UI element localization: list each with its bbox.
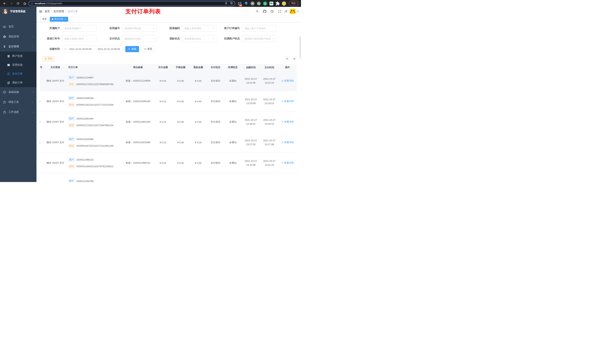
share-icon[interactable]	[225, 2, 227, 5]
extension-y-icon[interactable]: y	[263, 1, 267, 6]
font-size-icon[interactable]: TT	[285, 10, 287, 13]
browser-menu-icon[interactable]	[297, 2, 298, 5]
sidebar-item-label: 商户信息	[12, 54, 22, 58]
pay-order-cell: 商户1635311468233 支付4200001194202110276752…	[66, 157, 122, 168]
search-icon	[281, 100, 284, 103]
tag-home[interactable]: 首页	[40, 17, 49, 22]
tags-view-bar: 首页 支付订单 ✕	[36, 16, 301, 22]
create-time-cell: 2021-10-2713:22:05	[242, 77, 260, 85]
app-no-select[interactable]	[122, 25, 156, 32]
pay-channel-cell: 微信 JSAPI 支付	[44, 79, 66, 83]
view-detail-link[interactable]: 查看详情	[281, 141, 294, 144]
extension-dot-icon[interactable]	[257, 1, 261, 6]
breadcrumb-payment[interactable]: 支付管理	[54, 10, 64, 13]
refund-amount-cell: ¥ 0.00	[189, 141, 207, 144]
pay-tag: 支付	[68, 103, 75, 107]
site-info-icon[interactable]	[31, 2, 33, 5]
sidebar-item-pay-order[interactable]: ¥ 支付订单	[0, 69, 36, 78]
pay-order-no: 4200001167202110271022491439	[76, 145, 113, 147]
close-tag-icon[interactable]: ✕	[64, 18, 66, 20]
pay-status-cell: 支付成功	[207, 141, 224, 144]
channel-order-no-input[interactable]	[62, 35, 97, 42]
forward-icon[interactable]	[9, 1, 14, 6]
sidebar-item-label: 系统管理	[9, 35, 19, 38]
merchant-order-no-input[interactable]	[242, 25, 276, 32]
sidebar-item-workflow[interactable]: 工作流程	[0, 107, 36, 117]
sidebar-item-infrastructure[interactable]: 基础设施	[0, 87, 36, 97]
view-detail-link[interactable]: 查看详情	[281, 161, 294, 165]
url-text: localhost:1024/pay/order	[35, 2, 223, 5]
sidebar-item-app-info[interactable]: 应用信息	[0, 61, 36, 69]
extension-chat-icon[interactable]	[269, 1, 274, 6]
payment-submenu: 商户信息 应用信息 ¥ 支付订单 退款订单	[0, 52, 36, 87]
sidebar-item-merchant-info[interactable]: 商户信息	[0, 52, 36, 61]
store-icon	[7, 54, 10, 58]
merchant-input[interactable]	[62, 25, 97, 32]
sidebar-item-system[interactable]: 系统管理	[0, 32, 36, 42]
tag-pay-order[interactable]: 支付订单 ✕	[50, 17, 68, 22]
chevron-down-icon	[32, 91, 34, 93]
github-icon[interactable]	[262, 9, 267, 14]
reset-button[interactable]: 重置	[141, 46, 155, 52]
pay-status-select[interactable]	[122, 35, 156, 42]
avatar-caret-icon[interactable]: ▼	[297, 10, 299, 12]
home-icon[interactable]	[22, 1, 27, 6]
fullscreen-icon[interactable]	[277, 9, 282, 14]
channel-code-select[interactable]	[182, 25, 216, 32]
sidebar-item-payment[interactable]: ¥ 支付管理	[0, 42, 36, 52]
reload-icon[interactable]	[15, 1, 21, 6]
sidebar-item-label: 工作流程	[9, 110, 19, 114]
sidebar-item-label: 支付管理	[9, 45, 19, 48]
view-detail-link[interactable]: 查看详情	[281, 120, 294, 124]
date-range-picker[interactable]: 2021-10-01 00:00:00 - 2021-10-31 23:59:5…	[62, 46, 123, 52]
product-title-cell: 标题：1635311468233	[122, 161, 154, 165]
extensions-area: 10 ⌘ y 更新	[238, 1, 299, 6]
create-time-cell: 2021-10-2713:18:02	[242, 118, 260, 126]
browser-toolbar: localhost:1024/pay/order 10 ⌘ y 更新	[0, 0, 301, 7]
search-button[interactable]: 搜索	[125, 46, 139, 52]
back-icon[interactable]	[2, 1, 7, 6]
pay-tag: 支付	[68, 82, 75, 86]
pay-amount-cell: ¥ 0.01	[154, 162, 172, 165]
view-detail-link[interactable]: 查看详情	[281, 100, 294, 103]
search-icon	[281, 141, 284, 144]
extension-command-icon[interactable]: ⌘	[250, 1, 255, 6]
sidebar-item-refund-order[interactable]: 退款订单	[0, 78, 36, 87]
chevron-down-icon	[32, 101, 34, 103]
sidebar-item-home[interactable]: 首页	[0, 22, 36, 32]
merchant-order-no: 1635311881440	[76, 117, 94, 120]
refresh-table-button[interactable]	[291, 56, 297, 62]
pay-order-cell: 商户1635311823086 支付4200001167202110271022…	[66, 137, 122, 148]
sidebar: 芋道管理系统 首页 系统管理 ¥ 支付管理 商户信息	[0, 7, 36, 182]
top-navbar: 首页 / 支付管理 / 支付订单 支付订单列表 TT ▼	[36, 7, 301, 16]
export-button[interactable]: 导出	[43, 56, 55, 62]
sidebar-item-label: 支付订单	[12, 72, 22, 75]
extension-kite-icon[interactable]	[244, 1, 248, 6]
app-logo[interactable]: 芋道管理系统	[0, 7, 36, 16]
sidebar-item-dev-tools[interactable]: 研发工具	[0, 97, 36, 107]
bookmark-star-icon[interactable]	[230, 2, 233, 5]
help-icon[interactable]	[270, 9, 275, 14]
breadcrumb: 首页 / 支付管理 / 支付订单	[45, 10, 78, 13]
avatar[interactable]	[290, 9, 295, 14]
breadcrumb-home[interactable]: 首页	[45, 10, 50, 13]
extension-emoji-icon[interactable]	[282, 1, 286, 6]
view-detail-link[interactable]: 查看详情	[281, 79, 294, 83]
extension-layout-icon[interactable]: 10	[238, 1, 242, 6]
create-time-cell: 2021-10-2713:11:08	[242, 159, 260, 167]
search-icon[interactable]	[255, 9, 260, 14]
extensions-puzzle-icon[interactable]	[275, 1, 280, 6]
extension-badge: 10	[239, 4, 242, 7]
filter-channel-order-no: 渠道订单号	[40, 35, 100, 42]
sidebar-toggle-icon[interactable]	[36, 7, 45, 16]
pay-status-cell: 支付成功	[207, 161, 224, 165]
grid-icon	[7, 63, 10, 67]
refund-status-select[interactable]	[182, 35, 216, 42]
scrollbar-thumb[interactable]	[300, 36, 301, 59]
notify-status-select[interactable]	[242, 35, 276, 42]
refresh-icon	[293, 58, 296, 60]
address-bar[interactable]: localhost:1024/pay/order	[29, 1, 235, 6]
browser-update-button[interactable]: 更新	[289, 1, 299, 6]
active-dot	[52, 19, 53, 20]
show-search-toggle-button[interactable]	[284, 56, 290, 62]
